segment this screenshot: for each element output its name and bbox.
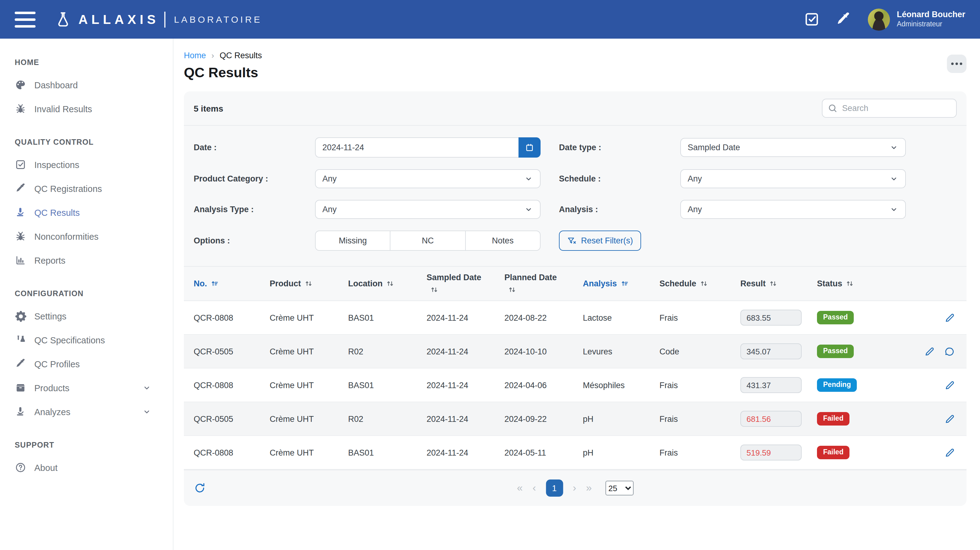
sidebar-section-quality-control: QUALITY CONTROL (15, 138, 173, 147)
cell-no: QCR-0808 (194, 313, 270, 322)
chevron-down-icon (889, 143, 899, 152)
column-header-result[interactable]: Result (740, 279, 817, 288)
sidebar-item-label: Settings (34, 311, 67, 321)
cell-product: Crème UHT (270, 414, 348, 423)
analysis-select[interactable]: Any (680, 200, 906, 219)
sidebar-item-inspections[interactable]: Inspections (0, 153, 173, 177)
sidebar-item-qc-profiles[interactable]: QC Profiles (0, 352, 173, 376)
dropper-icon[interactable] (836, 12, 851, 27)
more-options-button[interactable] (947, 54, 967, 73)
chevron-down-icon (141, 382, 153, 394)
sidebar-item-nonconformities[interactable]: Nonconformities (0, 225, 173, 248)
cell-planned-date: 2024-10-10 (504, 347, 583, 356)
chevron-down-icon (889, 174, 899, 183)
column-header-product[interactable]: Product (270, 279, 348, 288)
sidebar-item-dashboard[interactable]: Dashboard (0, 73, 173, 97)
missing-toggle-button[interactable]: Missing (315, 231, 391, 251)
product-category-value: Any (322, 174, 337, 183)
sidebar-item-label: Products (34, 383, 69, 393)
table-row: QCR-0505 Crème UHT R02 2024-11-24 2024-0… (184, 402, 967, 436)
tasks-check-square-icon[interactable] (803, 11, 820, 27)
sidebar-item-settings[interactable]: Settings (0, 304, 173, 328)
notes-toggle-button[interactable]: Notes (465, 231, 541, 251)
date-filter-label: Date : (194, 143, 315, 152)
date-type-select[interactable]: Sampled Date (680, 138, 906, 157)
result-input[interactable]: 519.59 (740, 445, 802, 461)
first-page-button[interactable]: « (517, 482, 523, 494)
prev-page-button[interactable]: ‹ (533, 482, 536, 494)
edit-icon[interactable] (924, 346, 935, 357)
result-input[interactable]: 431.37 (740, 377, 802, 393)
edit-icon[interactable] (944, 312, 956, 324)
result-input[interactable]: 683.55 (740, 310, 802, 325)
calendar-icon (525, 143, 535, 152)
sidebar-item-products[interactable]: Products (0, 376, 173, 400)
schedule-select[interactable]: Any (680, 169, 906, 188)
user-avatar[interactable] (868, 8, 890, 30)
analysis-type-select[interactable]: Any (315, 200, 541, 219)
reset-filters-button[interactable]: Reset Filter(s) (559, 231, 641, 251)
schedule-value: Any (688, 174, 702, 183)
last-page-button[interactable]: » (586, 482, 592, 494)
cell-sampled-date: 2024-11-24 (426, 313, 504, 322)
gear-icon (15, 310, 26, 322)
search-input[interactable] (822, 99, 957, 118)
sidebar-item-qc-registrations[interactable]: QC Registrations (0, 177, 173, 201)
chevron-down-icon (889, 205, 899, 214)
nc-toggle-button[interactable]: NC (390, 231, 466, 251)
edit-icon[interactable] (944, 379, 956, 391)
table-footer: « ‹ 1 › » 25 (184, 470, 967, 506)
cell-product: Crème UHT (270, 347, 348, 356)
edit-icon[interactable] (944, 413, 956, 425)
column-header-planned-date[interactable]: Planned Date (504, 272, 572, 295)
current-page-button[interactable]: 1 (546, 480, 563, 497)
sidebar-item-qc-results[interactable]: QC Results (0, 201, 173, 225)
panel-header: 5 items (184, 91, 967, 126)
sort-icon (304, 279, 313, 288)
filters: Date : 2024-11-24 Date type : (184, 126, 967, 266)
topbar-actions: Léonard Boucher Administrateur (788, 8, 965, 30)
lab-icon (15, 334, 26, 346)
calendar-button[interactable] (519, 137, 541, 158)
cell-product: Crème UHT (270, 313, 348, 322)
sidebar-item-qc-specifications[interactable]: QC Specifications (0, 328, 173, 352)
page-size-select[interactable]: 25 (605, 481, 633, 496)
breadcrumb-home-link[interactable]: Home (184, 51, 206, 60)
breadcrumb-current: QC Results (220, 51, 262, 60)
sidebar-item-analyzes[interactable]: Analyzes (0, 400, 173, 424)
date-filter: 2024-11-24 (315, 137, 541, 158)
next-page-button[interactable]: › (573, 482, 576, 494)
cell-planned-date: 2024-09-22 (504, 414, 583, 423)
page-head: Home › QC Results QC Results (184, 51, 967, 81)
sidebar-item-reports[interactable]: Reports (0, 248, 173, 272)
sidebar-item-label: About (34, 462, 57, 472)
user-meta: Léonard Boucher Administrateur (897, 10, 965, 29)
cell-location: R02 (348, 347, 426, 356)
column-header-status[interactable]: Status (817, 279, 886, 288)
status-badge: Passed (817, 344, 854, 358)
date-input[interactable]: 2024-11-24 (315, 137, 519, 158)
result-input[interactable]: 345.07 (740, 343, 802, 359)
menu-toggle-icon[interactable] (15, 11, 35, 27)
sidebar-item-label: Invalid Results (34, 104, 92, 114)
sidebar-item-invalid-results[interactable]: Invalid Results (0, 97, 173, 121)
sidebar-item-about[interactable]: About (0, 456, 173, 480)
breadcrumb-separator: › (212, 51, 214, 60)
column-header-analysis[interactable]: Analysis (583, 279, 659, 288)
column-header-location[interactable]: Location (348, 279, 426, 288)
sidebar-section-configuration: CONFIGURATION (15, 289, 173, 298)
sidebar-item-label: Analyzes (34, 407, 70, 417)
edit-icon[interactable] (944, 447, 956, 458)
refresh-icon[interactable] (194, 482, 206, 494)
column-header-schedule[interactable]: Schedule (659, 279, 740, 288)
sort-icon (845, 279, 855, 288)
cell-no: QCR-0808 (194, 448, 270, 457)
result-input[interactable]: 681.56 (740, 411, 802, 427)
cell-schedule: Frais (659, 313, 740, 322)
column-header-no[interactable]: No. (194, 279, 270, 288)
column-header-sampled-date[interactable]: Sampled Date (426, 272, 494, 295)
comment-icon[interactable] (944, 346, 956, 357)
product-category-select[interactable]: Any (315, 169, 541, 188)
question-circle-icon (15, 462, 26, 473)
cell-location: BAS01 (348, 313, 426, 322)
